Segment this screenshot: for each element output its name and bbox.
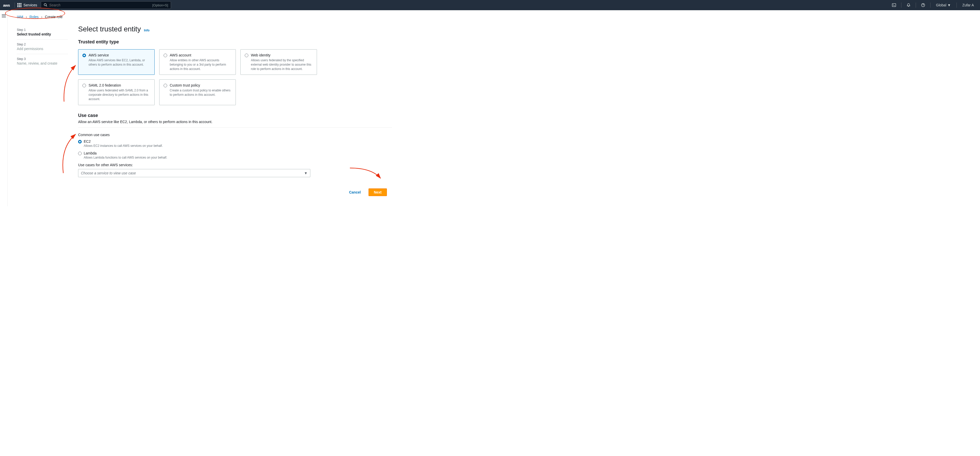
radio-icon: [78, 151, 82, 155]
notifications-icon[interactable]: [904, 0, 913, 10]
wizard-steps: Step 1 Select trusted entity Step 2 Add …: [17, 25, 68, 196]
radio-label: Lambda: [84, 151, 97, 155]
breadcrumb-iam[interactable]: IAM: [17, 15, 23, 19]
tile-aws-service[interactable]: AWS service Allow AWS services like EC2,…: [78, 49, 155, 75]
tile-desc: Allows users federated by the specified …: [251, 58, 313, 71]
top-nav: aws Services [Option+S] Global ▼ Zufar A: [0, 0, 980, 10]
tile-custom-trust-policy[interactable]: Custom trust policy Create a custom trus…: [159, 80, 236, 105]
radio-description: Allows Lambda functions to call AWS serv…: [84, 156, 392, 159]
search-shortcut: [Option+S]: [152, 3, 168, 7]
chevron-right-icon: ›: [26, 15, 27, 19]
svg-line-1: [46, 5, 47, 6]
trusted-entity-type-heading: Trusted entity type: [78, 39, 392, 45]
usecase-ec2[interactable]: EC2: [78, 139, 392, 143]
breadcrumb-current: Create role: [45, 15, 62, 19]
hamburger-icon: [2, 14, 6, 206]
nav-divider: [916, 3, 916, 8]
tile-aws-account[interactable]: AWS account Allow entities in other AWS …: [159, 49, 236, 75]
tile-title: AWS service: [89, 53, 150, 57]
step-number: Step 3: [17, 57, 68, 61]
tile-web-identity[interactable]: Web identity Allows users federated by t…: [240, 49, 317, 75]
global-search[interactable]: [Option+S]: [41, 1, 171, 9]
radio-icon: [83, 54, 86, 57]
caret-down-icon: ▼: [304, 171, 307, 175]
usecase-lambda[interactable]: Lambda: [78, 151, 392, 155]
nav-divider: [956, 3, 957, 8]
step-number: Step 2: [17, 43, 68, 46]
step-title: Add permissions: [17, 47, 68, 51]
select-placeholder: Choose a service to view use case: [81, 171, 136, 175]
svg-point-0: [44, 3, 46, 6]
services-grid-icon: [18, 3, 21, 7]
breadcrumb: IAM › Roles › Create role: [17, 15, 980, 19]
help-icon[interactable]: [918, 0, 928, 10]
cancel-button[interactable]: Cancel: [345, 188, 365, 196]
info-link[interactable]: Info: [144, 29, 150, 32]
entity-type-tiles: AWS service Allow AWS services like EC2,…: [78, 49, 392, 105]
radio-icon: [164, 84, 167, 87]
step-number: Step 1: [17, 28, 68, 32]
tile-title: SAML 2.0 federation: [89, 83, 150, 87]
step-1[interactable]: Step 1 Select trusted entity: [17, 25, 68, 40]
annotation-arrow: [348, 167, 384, 182]
radio-description: Allows EC2 instances to call AWS service…: [84, 144, 392, 148]
use-case-heading: Use case: [78, 113, 392, 118]
nav-divider: [14, 3, 15, 8]
aws-logo[interactable]: aws: [3, 3, 10, 7]
tile-desc: Allow entities in other AWS accounts bel…: [170, 58, 231, 71]
region-label: Global: [936, 3, 946, 7]
radio-icon: [164, 54, 167, 57]
breadcrumb-roles[interactable]: Roles: [30, 15, 39, 19]
other-services-label: Use cases for other AWS services:: [78, 163, 392, 167]
step-title: Select trusted entity: [17, 32, 68, 36]
services-menu[interactable]: Services: [18, 3, 37, 7]
radio-icon: [78, 140, 82, 143]
service-select[interactable]: Choose a service to view use case ▼: [78, 169, 310, 177]
tile-title: Web identity: [251, 53, 313, 57]
svg-rect-2: [892, 3, 896, 6]
caret-down-icon: ▼: [947, 3, 951, 7]
radio-icon: [245, 54, 248, 57]
sidebar-toggle[interactable]: [0, 10, 8, 206]
page-title: Select trusted entity: [78, 25, 141, 33]
region-selector[interactable]: Global ▼: [933, 3, 954, 7]
step-2[interactable]: Step 2 Add permissions: [17, 40, 68, 54]
chevron-right-icon: ›: [41, 15, 42, 19]
tile-saml-federation[interactable]: SAML 2.0 federation Allow users federate…: [78, 80, 155, 105]
search-icon: [44, 3, 47, 7]
user-menu[interactable]: Zufar A: [959, 3, 977, 7]
nav-divider: [930, 3, 931, 8]
use-case-description: Allow an AWS service like EC2, Lambda, o…: [78, 120, 392, 124]
radio-icon: [83, 84, 86, 87]
services-label: Services: [24, 3, 37, 7]
tile-title: Custom trust policy: [170, 83, 231, 87]
next-button[interactable]: Next: [369, 188, 387, 196]
search-input[interactable]: [49, 3, 152, 7]
step-3[interactable]: Step 3 Name, review, and create: [17, 54, 68, 69]
tile-desc: Create a custom trust policy to enable o…: [170, 88, 231, 97]
step-title: Name, review, and create: [17, 61, 68, 65]
tile-desc: Allow AWS services like EC2, Lambda, or …: [89, 58, 150, 67]
tile-title: AWS account: [170, 53, 231, 57]
common-use-cases-label: Common use cases: [78, 133, 392, 137]
tile-desc: Allow users federated with SAML 2.0 from…: [89, 88, 150, 101]
radio-label: EC2: [84, 139, 91, 143]
cloudshell-icon[interactable]: [889, 0, 899, 10]
wizard-footer: Cancel Next: [78, 188, 392, 196]
